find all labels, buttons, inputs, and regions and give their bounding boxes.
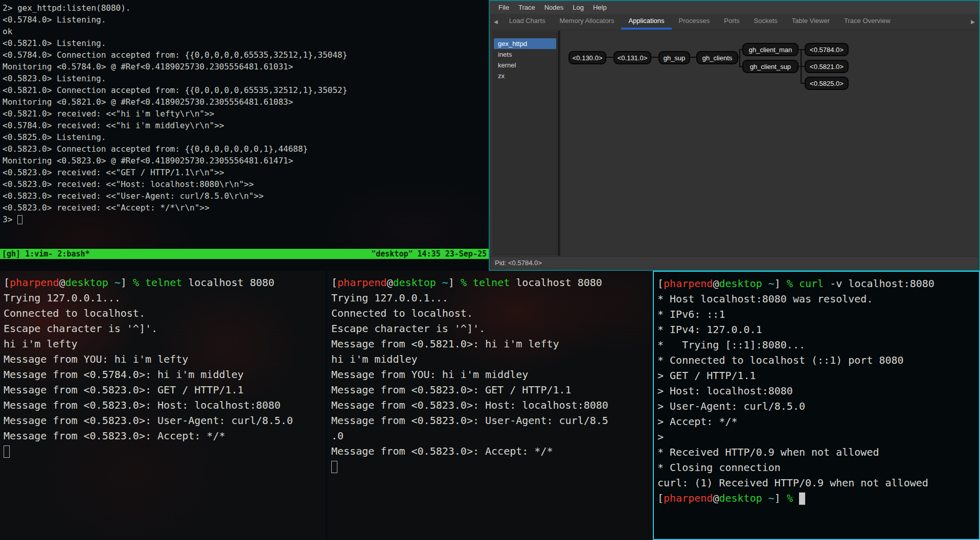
menu-item-nodes[interactable]: Nodes xyxy=(540,4,568,11)
observer-menubar: FileTraceNodesLogHelp xyxy=(490,1,979,14)
app-list-item-zx[interactable]: zx xyxy=(494,71,556,81)
terminal-line: Message from <0.5823.0>: GET / HTTP/1.1 xyxy=(331,382,653,397)
terminal-line: <0.5825.0> Listening. xyxy=(3,131,489,143)
terminal-line: Message from <0.5823.0>: Accept: */* xyxy=(4,428,326,443)
terminal-line: 3> xyxy=(3,214,489,225)
menu-item-file[interactable]: File xyxy=(494,4,514,11)
terminal-line: <0.5821.0> Listening. xyxy=(3,37,489,49)
terminal-line: > GET / HTTP/1.1 xyxy=(657,368,979,383)
terminal-line: Message from <0.5823.0>: Host: localhost… xyxy=(4,397,326,413)
terminal-line: <0.5823.0> received: <<"Host: localhost:… xyxy=(3,178,489,190)
tab-processes[interactable]: Processes xyxy=(672,14,717,30)
terminal-line: Trying 127.0.0.1... xyxy=(331,290,653,306)
process-node-p131[interactable]: <0.131.0> xyxy=(613,51,651,64)
tabs-scroll-left-icon[interactable]: ◀ xyxy=(490,14,502,30)
tab-table-viewer[interactable]: Table Viewer xyxy=(785,14,837,30)
terminal-line: hi i'm lefty xyxy=(4,336,326,351)
menu-item-help[interactable]: Help xyxy=(588,4,611,11)
tree-connector xyxy=(801,49,805,50)
terminal-line xyxy=(331,459,653,474)
terminal-line: > Accept: */* xyxy=(657,414,979,429)
desktop: 2> gex_httpd:listen(8080).<0.5784.0> Lis… xyxy=(0,0,980,540)
tab-applications[interactable]: Applications xyxy=(621,14,671,30)
tree-connector xyxy=(801,66,805,67)
terminal-line: * Trying [::1]:8080... xyxy=(657,337,979,353)
terminal-line: Monitoring <0.5823.0> @ #Ref<0.418902573… xyxy=(3,155,489,167)
tab-load-charts[interactable]: Load Charts xyxy=(502,14,553,30)
terminal-line: Escape character is '^]'. xyxy=(331,321,653,336)
terminal-line: <0.5784.0> received: <<"hi i'm middley\r… xyxy=(3,120,489,131)
terminal-line: Trying 127.0.0.1... xyxy=(4,290,326,306)
terminal-line: <0.5823.0> Listening. xyxy=(3,73,489,84)
cursor xyxy=(331,461,337,473)
terminal-line: * Connected to localhost (::1) port 8080 xyxy=(657,353,979,368)
tree-connector xyxy=(739,49,740,67)
tmux-window-list: [gh] 1:vim- 2:bash* xyxy=(2,249,90,259)
applications-panel: gex_httpdinetskernelzx <0.130.0><0.131.0… xyxy=(491,31,978,256)
process-node-p5821[interactable]: <0.5821.0> xyxy=(805,60,849,73)
process-tree-canvas: <0.130.0><0.131.0>gh_supgh_clientsgh_cli… xyxy=(560,31,977,256)
tabs: Load ChartsMemory AllocatorsApplications… xyxy=(502,14,898,30)
terminal-line: * IPv6: ::1 xyxy=(657,307,979,322)
terminal-line: .0 xyxy=(331,428,653,443)
terminal-line: * Host localhost:8080 was resolved. xyxy=(657,291,979,307)
tabbar-spacer xyxy=(898,14,967,30)
process-node-p5784[interactable]: <0.5784.0> xyxy=(805,43,849,56)
cursor xyxy=(799,492,805,505)
terminal-line: Monitoring <0.5784.0> @ #Ref<0.418902573… xyxy=(3,61,489,73)
terminal-line xyxy=(4,443,326,459)
observer-window: FileTraceNodesLogHelp ◀ Load ChartsMemor… xyxy=(489,0,980,271)
process-node-p130[interactable]: <0.130.0> xyxy=(568,51,606,64)
telnet-middley-terminal[interactable]: [pharpend@desktop ~] % telnet localhost … xyxy=(328,271,653,540)
process-node-p5825[interactable]: <0.5825.0> xyxy=(805,77,849,90)
terminal-line: [pharpend@desktop ~] % telnet localhost … xyxy=(331,275,653,290)
tabs-scroll-right-icon[interactable]: ▶ xyxy=(967,14,979,30)
tree-connector xyxy=(651,57,658,58)
terminal-line: Monitoring <0.5821.0> @ #Ref<0.418902573… xyxy=(3,96,489,108)
terminal-line: <0.5823.0> received: <<"User-Agent: curl… xyxy=(3,190,489,202)
tmux-status-bar: [gh] 1:vim- 2:bash* "desktop" 14:35 23-S… xyxy=(0,249,489,259)
terminal-line: <0.5821.0> Connection accepted from: {{0… xyxy=(3,84,489,96)
terminal-line: Message from <0.5823.0>: Accept: */* xyxy=(331,443,653,459)
observer-tabbar: ◀ Load ChartsMemory AllocatorsApplicatio… xyxy=(490,14,979,30)
tab-trace-overview[interactable]: Trace Overview xyxy=(837,14,898,30)
terminal-line: Connected to localhost. xyxy=(4,306,326,321)
process-node-gh_client_man[interactable]: gh_client_man xyxy=(742,43,799,56)
terminal-line: * IPv4: 127.0.0.1 xyxy=(657,322,979,337)
terminal-line: <0.5823.0> Connection accepted from: {{0… xyxy=(3,143,489,155)
tab-ports[interactable]: Ports xyxy=(717,14,746,30)
telnet-lefty-terminal[interactable]: [pharpend@desktop ~] % telnet localhost … xyxy=(0,271,326,540)
app-list-item-gex_httpd[interactable]: gex_httpd xyxy=(494,38,556,49)
terminal-line: Message from <0.5784.0>: hi i'm middley xyxy=(4,367,326,382)
app-list-item-kernel[interactable]: kernel xyxy=(494,60,556,71)
tree-connector xyxy=(606,57,613,58)
terminal-line: [pharpend@desktop ~] % telnet localhost … xyxy=(4,275,326,290)
terminal-line: Message from <0.5823.0>: User-Agent: cur… xyxy=(4,413,326,428)
app-list-item-inets[interactable]: inets xyxy=(494,49,556,60)
curl-terminal-active[interactable]: [pharpend@desktop ~] % curl -v localhost… xyxy=(653,271,980,540)
terminal-line: <0.5823.0> received: <<"GET / HTTP/1.1\r… xyxy=(3,167,489,178)
terminal-line: <0.5784.0> Connection accepted from: {{0… xyxy=(3,49,489,61)
terminal-line: Message from <0.5823.0>: Host: localhost… xyxy=(331,397,653,413)
terminal-line: <0.5823.0> received: <<"Accept: */*\r\n"… xyxy=(3,202,489,214)
menu-item-log[interactable]: Log xyxy=(568,4,588,11)
process-node-gh_sup[interactable]: gh_sup xyxy=(658,51,690,64)
terminal-line: > xyxy=(657,429,979,444)
tab-memory-allocators[interactable]: Memory Allocators xyxy=(553,14,622,30)
terminal-line: Connected to localhost. xyxy=(331,306,653,321)
erlang-shell-terminal[interactable]: 2> gex_httpd:listen(8080).<0.5784.0> Lis… xyxy=(0,0,489,249)
tree-connector xyxy=(801,83,805,84)
process-node-gh_clients[interactable]: gh_clients xyxy=(696,51,738,64)
menu-item-trace[interactable]: Trace xyxy=(514,4,540,11)
selected-pid-label: Pid: <0.5784.0> xyxy=(495,259,542,267)
terminal-line: > Host: localhost:8080 xyxy=(657,383,979,398)
terminal-line: Message from <0.5821.0>: hi i'm lefty xyxy=(331,336,653,351)
process-node-gh_client_sup[interactable]: gh_client_sup xyxy=(742,60,799,73)
terminal-line: 2> gex_httpd:listen(8080). xyxy=(3,2,489,14)
tab-sockets[interactable]: Sockets xyxy=(747,14,785,30)
terminal-line: * Received HTTP/0.9 when not allowed xyxy=(657,444,979,460)
terminal-line: <0.5784.0> Listening. xyxy=(3,14,489,26)
terminal-line: [pharpend@desktop ~] % xyxy=(657,490,979,506)
terminal-line: ok xyxy=(3,26,489,37)
tree-connector xyxy=(690,57,696,58)
